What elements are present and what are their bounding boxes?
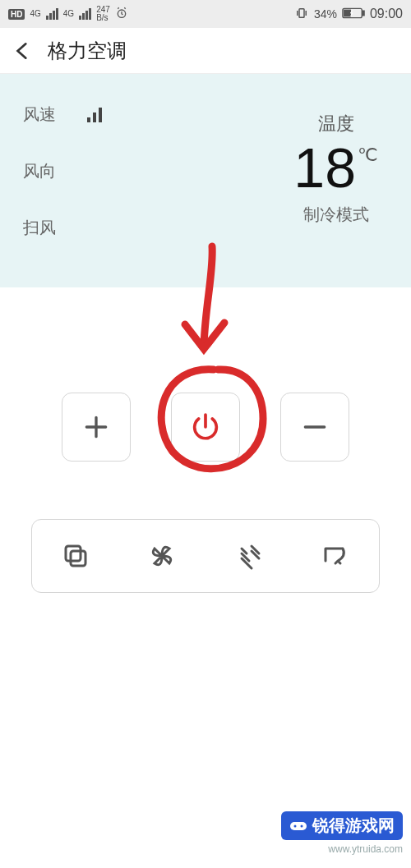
svg-point-9 xyxy=(301,824,303,827)
network-1: 4G xyxy=(30,10,40,18)
vibrate-icon xyxy=(294,6,309,23)
fan-icon xyxy=(147,541,177,571)
plus-icon xyxy=(80,411,113,443)
fan-direction-label: 风向 xyxy=(23,160,64,182)
signal-icon-2 xyxy=(79,8,91,20)
gamepad-icon xyxy=(289,820,307,833)
hd-badge: HD xyxy=(8,9,25,20)
svg-rect-6 xyxy=(71,551,85,566)
increase-button[interactable] xyxy=(62,393,131,462)
watermark-url: www.ytruida.com xyxy=(281,843,403,855)
battery-icon xyxy=(342,7,365,21)
status-left: HD 4G 4G 247 B/s xyxy=(8,6,128,22)
fan-button[interactable] xyxy=(137,531,187,581)
app-bar: 格力空调 xyxy=(0,28,411,74)
temperature-unit: ℃ xyxy=(358,146,378,164)
back-icon xyxy=(18,44,26,57)
power-button[interactable] xyxy=(171,393,240,462)
mode-icon xyxy=(61,541,90,571)
temperature-label: 温度 xyxy=(293,112,378,136)
airflow-icon xyxy=(234,541,264,571)
svg-rect-4 xyxy=(344,10,350,16)
mode-text: 制冷模式 xyxy=(293,204,378,226)
svg-point-8 xyxy=(294,824,297,827)
clock: 09:00 xyxy=(370,7,403,21)
alarm-icon xyxy=(115,7,128,22)
mode-bar xyxy=(31,519,380,593)
svg-rect-7 xyxy=(290,822,307,830)
decrease-button[interactable] xyxy=(280,393,349,462)
fan-speed-label: 风速 xyxy=(23,103,64,126)
svg-rect-3 xyxy=(363,11,364,16)
fan-speed-bars-icon xyxy=(87,108,102,122)
network-2: 4G xyxy=(63,10,74,18)
temperature-block: 温度 18 ℃ 制冷模式 xyxy=(293,112,378,226)
control-buttons xyxy=(0,393,411,462)
ac-info-panel: 风速 风向 扫风 温度 18 ℃ 制冷模式 xyxy=(0,74,411,287)
watermark: 锐得游戏网 www.ytruida.com xyxy=(281,811,403,855)
status-bar: HD 4G 4G 247 B/s 34% 09:00 xyxy=(0,0,411,28)
signal-icon-1 xyxy=(46,8,58,20)
minus-icon xyxy=(298,411,331,443)
mode-button[interactable] xyxy=(51,531,100,581)
page-title: 格力空调 xyxy=(48,38,127,64)
temperature-value: 18 ℃ xyxy=(293,140,378,195)
back-button[interactable] xyxy=(12,40,44,62)
watermark-badge: 锐得游戏网 xyxy=(281,811,403,840)
power-icon xyxy=(189,411,222,443)
status-right: 34% 09:00 xyxy=(294,6,403,23)
swing-label: 扫风 xyxy=(23,217,64,239)
airflow-button[interactable] xyxy=(224,531,274,581)
svg-rect-1 xyxy=(299,8,304,17)
battery-pct: 34% xyxy=(314,7,337,21)
swing-button[interactable] xyxy=(311,531,360,581)
svg-rect-5 xyxy=(66,546,81,561)
net-speed: 247 B/s xyxy=(96,6,110,22)
swing-icon xyxy=(321,541,350,571)
